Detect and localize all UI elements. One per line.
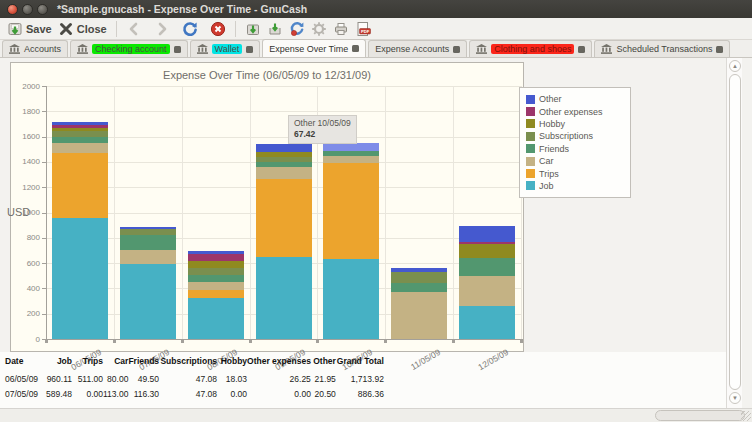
- bar-segment-friends[interactable]: [52, 137, 108, 143]
- toolbar-separator: [235, 21, 236, 37]
- tab-close-icon[interactable]: [352, 45, 359, 52]
- bar-segment-car[interactable]: [323, 156, 379, 162]
- bar-segment-friends[interactable]: [391, 283, 447, 292]
- tab-clothing-and-shoes[interactable]: Clothing and shoes: [469, 40, 592, 57]
- bar-segment-subscriptions[interactable]: [188, 268, 244, 275]
- bar-segment-other-expenses[interactable]: [188, 254, 244, 262]
- tab-close-icon[interactable]: [453, 46, 460, 53]
- bar-segment-car[interactable]: [52, 143, 108, 153]
- table-cell: 0.00: [72, 386, 103, 401]
- bar-segment-job[interactable]: [52, 218, 108, 339]
- legend-item: Job: [526, 180, 624, 192]
- tab-close-icon[interactable]: [246, 46, 253, 53]
- bank-icon: [9, 44, 20, 54]
- bar-segment-job[interactable]: [188, 298, 244, 339]
- tab-expense-over-time[interactable]: Expense Over Time: [262, 39, 366, 57]
- bar-segment-other[interactable]: [459, 226, 515, 241]
- table-cell: 589.48: [45, 386, 72, 401]
- legend-item: Trips: [526, 167, 624, 179]
- tab-close-icon[interactable]: [716, 46, 723, 53]
- bar-segment-friends[interactable]: [120, 235, 176, 250]
- bar-segment-hobby[interactable]: [52, 128, 108, 130]
- forward-button[interactable]: [151, 19, 173, 39]
- bar-segment-car[interactable]: [256, 167, 312, 179]
- export-pdf-button[interactable]: PDF: [352, 19, 374, 39]
- tab-close-icon[interactable]: [174, 46, 181, 53]
- bar-segment-car[interactable]: [459, 276, 515, 306]
- tab-label: Expense Over Time: [269, 44, 348, 54]
- save-report-button[interactable]: [242, 19, 264, 39]
- table-cell: 0.00: [217, 386, 247, 401]
- bar-segment-friends[interactable]: [188, 275, 244, 282]
- scroll-up-icon[interactable]: ▲: [729, 60, 741, 72]
- close-icon[interactable]: [7, 4, 18, 15]
- options-gear-icon: [311, 21, 327, 37]
- bar-segment-job[interactable]: [323, 259, 379, 339]
- bar-segment-job[interactable]: [459, 306, 515, 339]
- table-cell: 511.00: [72, 371, 103, 386]
- bar-segment-other[interactable]: [188, 251, 244, 254]
- y-tick-label: 2000: [10, 82, 40, 91]
- bar-segment-car[interactable]: [188, 282, 244, 290]
- maximize-icon[interactable]: [37, 4, 48, 15]
- bar-segment-car[interactable]: [120, 250, 176, 264]
- vertical-scrollbar[interactable]: ▲ ▼: [726, 58, 742, 408]
- x-axis-line: [46, 339, 521, 340]
- legend-item: Other: [526, 93, 624, 105]
- bar-segment-friends[interactable]: [323, 151, 379, 156]
- bar-segment-car[interactable]: [391, 292, 447, 339]
- window-title: *Sample.gnucash - Expense Over Time - Gn…: [57, 3, 307, 15]
- tab-wallet[interactable]: Wallet: [190, 40, 261, 57]
- bar-segment-trips[interactable]: [256, 179, 312, 257]
- bar-segment-hobby[interactable]: [459, 244, 515, 258]
- tab-checking-account[interactable]: Checking account: [70, 40, 188, 57]
- reload-button[interactable]: [179, 19, 201, 39]
- bar-segment-trips[interactable]: [188, 290, 244, 298]
- back-button[interactable]: [123, 19, 145, 39]
- export-button[interactable]: [264, 19, 286, 39]
- tab-close-icon[interactable]: [578, 46, 585, 53]
- bar-segment-hobby[interactable]: [256, 152, 312, 157]
- bar-segment-other[interactable]: [391, 268, 447, 272]
- table-header: Car: [103, 356, 128, 371]
- bank-icon: [77, 44, 88, 54]
- tab-scheduled-transactions[interactable]: Scheduled Transactions: [594, 40, 730, 57]
- bar-segment-job[interactable]: [120, 264, 176, 339]
- bar-segment-subscriptions[interactable]: [391, 272, 447, 283]
- save-icon: [7, 21, 23, 37]
- options-button[interactable]: [308, 19, 330, 39]
- scrollbar-thumb[interactable]: [729, 74, 741, 390]
- tab-label: Scheduled Transactions: [616, 44, 712, 54]
- close-button[interactable]: Close: [55, 19, 110, 39]
- stop-button[interactable]: [207, 19, 229, 39]
- save-button[interactable]: Save: [4, 19, 55, 39]
- bar-segment-other[interactable]: [120, 227, 176, 230]
- close-icon: [58, 21, 74, 37]
- tab-expense-accounts[interactable]: Expense Accounts: [368, 40, 467, 57]
- table-cell: 49.50: [128, 371, 159, 386]
- bar-segment-trips[interactable]: [323, 163, 379, 259]
- table-cell: 80.00: [103, 371, 128, 386]
- gridline-v: [250, 86, 251, 339]
- scroll-down-icon[interactable]: ▼: [729, 392, 741, 404]
- bar-segment-hobby[interactable]: [188, 261, 244, 268]
- bar-segment-subscriptions[interactable]: [256, 157, 312, 162]
- bar-segment-other[interactable]: [256, 144, 312, 152]
- bar-segment-friends[interactable]: [459, 258, 515, 276]
- bar-segment-friends[interactable]: [256, 162, 312, 167]
- bar-segment-other[interactable]: [52, 122, 108, 125]
- status-bar: [0, 408, 752, 422]
- bar-segment-trips[interactable]: [52, 153, 108, 218]
- table-row: 06/05/09960.11511.0080.0049.5047.0818.03…: [5, 371, 384, 386]
- bar-segment-subscriptions[interactable]: [52, 131, 108, 137]
- bar-segment-other-expenses[interactable]: [52, 125, 108, 128]
- bar-segment-job[interactable]: [256, 257, 312, 339]
- bar-segment-other-expenses[interactable]: [459, 242, 515, 245]
- bar-segment-subscriptions[interactable]: [120, 229, 176, 235]
- refresh-options-button[interactable]: [286, 19, 308, 39]
- tab-accounts[interactable]: Accounts: [2, 40, 68, 57]
- resize-grip[interactable]: [741, 411, 751, 421]
- print-button[interactable]: [330, 19, 352, 39]
- minimize-icon[interactable]: [22, 4, 33, 15]
- export-pdf-icon: PDF: [355, 21, 371, 37]
